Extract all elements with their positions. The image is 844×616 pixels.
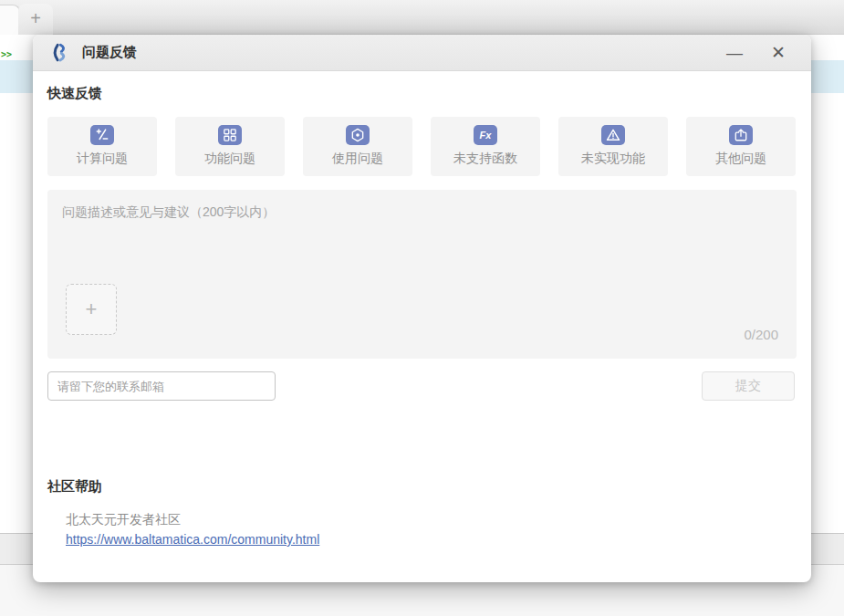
feedback-dialog: 问题反馈 — ✕ 快速反馈 计算问题 <box>33 35 811 582</box>
fx-icon: Fx <box>474 125 497 145</box>
community-name: 北太天元开发者社区 <box>66 512 181 528</box>
minimize-button[interactable]: — <box>716 35 753 71</box>
new-tab-button[interactable]: + <box>18 4 53 35</box>
category-card-usage[interactable]: 使用问题 <box>303 117 412 176</box>
dialog-titlebar: 问题反馈 — ✕ <box>33 35 811 71</box>
category-label: 功能问题 <box>204 151 255 167</box>
baltamatica-logo-icon <box>49 43 69 63</box>
close-button[interactable]: ✕ <box>760 35 797 71</box>
category-label: 其他问题 <box>715 151 766 167</box>
grid-icon <box>218 125 242 145</box>
category-card-unimplemented[interactable]: 未实现功能 <box>558 117 668 176</box>
description-area: + 0/200 <box>47 190 797 359</box>
category-card-row: 计算问题 功能问题 <box>47 117 797 176</box>
category-label: 使用问题 <box>332 151 383 167</box>
category-card-unsupported-function[interactable]: Fx 未支持函数 <box>431 117 540 176</box>
category-card-other[interactable]: 其他问题 <box>686 117 796 176</box>
background-partial-tab[interactable]: < <box>0 5 20 35</box>
submit-button[interactable]: 提交 <box>702 371 795 401</box>
category-card-calculation[interactable]: 计算问题 <box>47 117 157 176</box>
warning-icon <box>601 125 625 145</box>
upload-image-button[interactable]: + <box>66 284 117 335</box>
char-counter: 0/200 <box>744 327 778 342</box>
quick-feedback-heading: 快速反馈 <box>47 85 102 102</box>
gear-icon <box>346 125 370 145</box>
dialog-title: 问题反馈 <box>82 44 137 61</box>
category-label: 未支持函数 <box>453 151 517 167</box>
submit-box-icon <box>729 125 753 145</box>
background-tab-bar: < + <box>0 0 844 35</box>
category-label: 未实现功能 <box>581 151 645 167</box>
community-help-heading: 社区帮助 <box>47 478 102 496</box>
community-link[interactable]: https://www.baltamatica.com/community.ht… <box>66 532 319 547</box>
command-prompt: >> <box>1 49 12 59</box>
minimize-icon: — <box>726 44 743 62</box>
plus-icon: + <box>86 298 98 321</box>
calculator-icon <box>90 125 114 145</box>
email-field[interactable] <box>47 371 276 401</box>
category-card-function[interactable]: 功能问题 <box>175 117 285 176</box>
category-label: 计算问题 <box>77 151 128 167</box>
description-input[interactable] <box>47 190 797 277</box>
close-icon: ✕ <box>771 43 786 62</box>
plus-icon: + <box>30 8 41 28</box>
